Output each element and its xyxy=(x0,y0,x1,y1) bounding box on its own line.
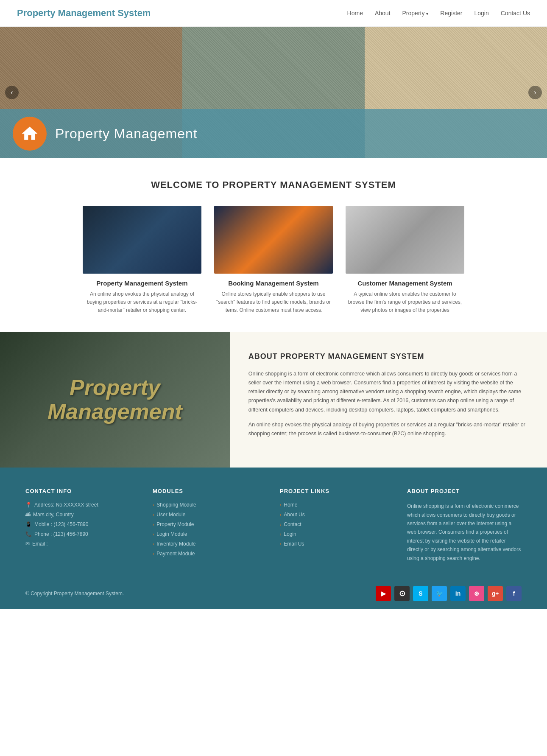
welcome-section: WELCOME TO PROPERTY MANAGEMENT SYSTEM Pr… xyxy=(0,158,547,332)
social-icons-container: ▶ ⊙ S 🐦 in ⊛ g+ f xyxy=(376,586,522,601)
contact-email: Email : xyxy=(32,541,48,547)
chevron-icon: › xyxy=(280,512,281,517)
module-login[interactable]: Login Module xyxy=(156,531,187,537)
footer-contact-heading: CONTACT INFO xyxy=(25,488,140,494)
module-inventory[interactable]: Inventory Module xyxy=(156,541,195,547)
about-image-text: Property Management xyxy=(47,375,182,424)
city-icon: 🏙 xyxy=(25,512,31,518)
contact-mobile: Mobile : (123) 456-7890 xyxy=(34,521,88,527)
social-gplus[interactable]: g+ xyxy=(488,586,503,601)
link-email[interactable]: Email Us xyxy=(284,541,304,547)
about-section: Property Management ABOUT PROPERTY MANAG… xyxy=(0,332,547,468)
hero-next-button[interactable]: › xyxy=(528,86,542,99)
social-dribbble[interactable]: ⊛ xyxy=(469,586,484,601)
welcome-heading: WELCOME TO PROPERTY MANAGEMENT SYSTEM xyxy=(25,179,522,190)
chevron-icon: › xyxy=(153,552,154,556)
card-property: Property Management System An online sho… xyxy=(83,206,201,315)
email-icon: ✉ xyxy=(25,541,30,547)
footer: CONTACT INFO 📍 Address: No.XXXXXX street… xyxy=(0,468,547,609)
footer-contact-list: 📍 Address: No.XXXXXX street 🏙 Mars city,… xyxy=(25,502,140,547)
footer-bottom: © Copyright Property Management System. … xyxy=(25,578,522,609)
nav-links: Home About Property ▾ Register Login Con… xyxy=(347,9,530,17)
link-home[interactable]: Home xyxy=(284,502,297,508)
chevron-icon: › xyxy=(153,503,154,507)
social-skype[interactable]: S xyxy=(413,586,428,601)
footer-links-heading: PROJECT LINKS xyxy=(280,488,394,494)
link-about[interactable]: About Us xyxy=(284,512,304,518)
nav-brand[interactable]: Property Management System xyxy=(17,8,151,19)
chevron-icon: › xyxy=(280,522,281,527)
footer-project-links: PROJECT LINKS ›Home ›About Us ›Contact ›… xyxy=(280,488,394,563)
module-property[interactable]: Property Module xyxy=(156,521,194,527)
card-desc-2: Online stores typically enable shoppers … xyxy=(214,290,333,315)
mobile-icon: 📱 xyxy=(25,521,32,527)
cards-container: Property Management System An online sho… xyxy=(25,206,522,315)
list-item: ›Home xyxy=(280,502,394,508)
contact-city: Mars city, Country xyxy=(33,512,74,518)
about-img-line2: Management xyxy=(47,399,182,424)
card-title-1: Property Management System xyxy=(83,280,201,287)
address-icon: 📍 xyxy=(25,502,32,508)
nav-home[interactable]: Home xyxy=(347,10,363,17)
chevron-icon: › xyxy=(280,542,281,546)
list-item: ›Login xyxy=(280,531,394,537)
nav-property[interactable]: Property ▾ xyxy=(402,10,429,17)
link-contact[interactable]: Contact xyxy=(284,521,301,527)
card-image-3 xyxy=(346,206,464,274)
footer-modules: MODULES ›Shopping Module ›User Module ›P… xyxy=(153,488,267,563)
module-payment[interactable]: Payment Module xyxy=(156,551,195,557)
footer-modules-list: ›Shopping Module ›User Module ›Property … xyxy=(153,502,267,557)
list-item: ›Contact xyxy=(280,521,394,527)
link-login[interactable]: Login xyxy=(284,531,296,537)
social-github[interactable]: ⊙ xyxy=(394,586,410,601)
card-image-2 xyxy=(214,206,333,274)
nav-contact[interactable]: Contact Us xyxy=(501,10,530,17)
hero-slider: ‹ Property Management › xyxy=(0,27,547,158)
social-youtube[interactable]: ▶ xyxy=(376,586,391,601)
list-item: 📞 Phone : (123) 456-7890 xyxy=(25,531,140,537)
contact-address: Address: No.XXXXXX street xyxy=(34,502,98,508)
hero-overlay: Property Management xyxy=(0,109,547,158)
chevron-down-icon: ▾ xyxy=(426,11,428,16)
list-item: 📱 Mobile : (123) 456-7890 xyxy=(25,521,140,527)
about-img-line1: Property xyxy=(70,375,160,400)
about-divider xyxy=(248,447,528,447)
card-customer: Customer Management System A typical onl… xyxy=(346,206,464,315)
about-para2: An online shop evokes the physical analo… xyxy=(248,420,528,439)
chevron-icon: › xyxy=(153,512,154,517)
about-heading: ABOUT PROPERTY MANAGEMENT SYSTEM xyxy=(248,352,528,361)
card-title-2: Booking Management System xyxy=(214,280,333,287)
list-item: ›Email Us xyxy=(280,541,394,547)
list-item: ›Payment Module xyxy=(153,551,267,557)
list-item: ›Login Module xyxy=(153,531,267,537)
list-item: ›Property Module xyxy=(153,521,267,527)
module-user[interactable]: User Module xyxy=(156,512,185,518)
social-facebook[interactable]: f xyxy=(506,586,522,601)
hero-title: Property Management xyxy=(55,126,198,142)
card-image-1 xyxy=(83,206,201,274)
chevron-icon: › xyxy=(280,532,281,537)
social-linkedin[interactable]: in xyxy=(450,586,466,601)
footer-columns: CONTACT INFO 📍 Address: No.XXXXXX street… xyxy=(25,488,522,578)
list-item: 🏙 Mars city, Country xyxy=(25,512,140,518)
social-twitter[interactable]: 🐦 xyxy=(432,586,447,601)
nav-login[interactable]: Login xyxy=(474,10,488,17)
card-desc-3: A typical online store enables the custo… xyxy=(346,290,464,315)
chevron-icon: › xyxy=(153,522,154,527)
phone-icon: 📞 xyxy=(25,531,32,537)
footer-about-text: Online shopping is a form of electronic … xyxy=(407,502,522,563)
nav-about[interactable]: About xyxy=(375,10,391,17)
card-title-3: Customer Management System xyxy=(346,280,464,287)
module-shopping[interactable]: Shopping Module xyxy=(156,502,196,508)
list-item: ›About Us xyxy=(280,512,394,518)
footer-links-list: ›Home ›About Us ›Contact ›Login ›Email U… xyxy=(280,502,394,547)
about-para1: Online shopping is a form of electronic … xyxy=(248,370,528,414)
list-item: ✉ Email : xyxy=(25,541,140,547)
card-desc-1: An online shop evokes the physical analo… xyxy=(83,290,201,315)
list-item: ›User Module xyxy=(153,512,267,518)
nav-register[interactable]: Register xyxy=(440,10,462,17)
hero-prev-button[interactable]: ‹ xyxy=(5,86,19,99)
footer-contact: CONTACT INFO 📍 Address: No.XXXXXX street… xyxy=(25,488,140,563)
chevron-icon: › xyxy=(153,532,154,537)
chevron-icon: › xyxy=(153,542,154,546)
